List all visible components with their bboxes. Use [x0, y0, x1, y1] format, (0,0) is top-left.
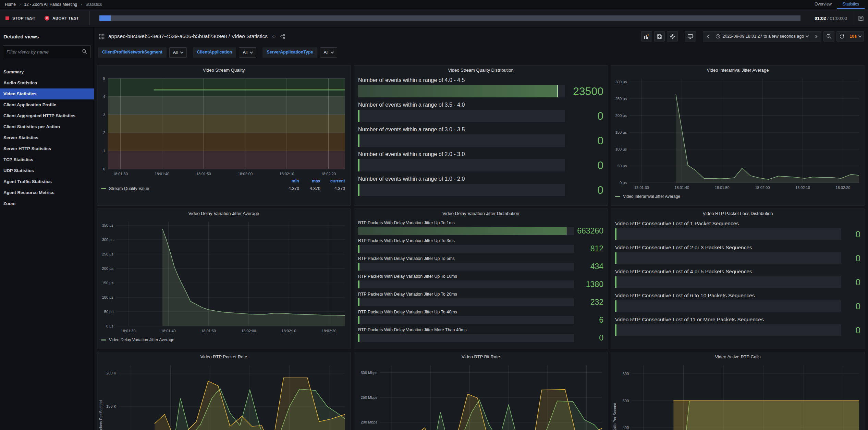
svg-text:18:01:40: 18:01:40 — [161, 329, 176, 333]
refresh-interval-dropdown[interactable]: 10s — [847, 31, 864, 41]
tab-overview[interactable]: Overview — [809, 0, 837, 9]
svg-text:Packets Per Second: Packets Per Second — [99, 400, 103, 430]
delay-variation-jitter-chart[interactable]: 0 µs50 µs100 µs150 µs200 µs250 µs300 µs3… — [98, 218, 349, 334]
gauge-bar — [358, 134, 565, 147]
sidebar-item-zoom[interactable]: Zoom — [0, 198, 94, 209]
dashboard-settings-button[interactable] — [667, 31, 678, 41]
filter-value-dropdown[interactable]: All — [239, 47, 256, 58]
panel-title[interactable]: Video RTP Packet Loss Distribution — [611, 209, 865, 218]
sidebar-item-agent-resource-metrics[interactable]: Agent Resource Metrics — [0, 187, 94, 198]
application-root: Home › 12 - Zoom All Hands Meeting › Sta… — [0, 0, 868, 430]
filter-value-dropdown[interactable]: All — [320, 47, 338, 58]
panel-title[interactable]: Video Delay Variation Jitter Average — [97, 209, 351, 218]
active-rtp-calls-chart[interactable]: 30040050060018:01:3018:01:4018:01:5018:0… — [612, 362, 863, 430]
gauge-value: 0 — [565, 110, 603, 121]
gauge-bar — [358, 263, 574, 271]
gauge-label: Video RTP Consecutive Lost of 11 or More… — [615, 316, 860, 323]
gauge-bar-fill — [358, 184, 359, 196]
sidebar-item-client-application-profile[interactable]: Client Application Profile — [0, 99, 94, 110]
time-range-back-button[interactable] — [703, 31, 713, 41]
legend-item[interactable]: Stream Quality Value — [101, 186, 278, 191]
refresh-controls: 10s — [836, 31, 864, 41]
sidebar-item-client-statistics-per-action[interactable]: Client Statistics per Action — [0, 121, 94, 132]
sidebar-item-server-statistics[interactable]: Server Statistics — [0, 132, 94, 143]
time-range-picker[interactable]: 2025-09-09 18:01:27 to a few seconds ago — [713, 31, 811, 41]
svg-text:250 µs: 250 µs — [615, 97, 627, 101]
gauge-row: RTP Packets With Delay Variation Jitter … — [358, 256, 603, 271]
sidebar-item-video-statistics[interactable]: Video Statistics — [0, 88, 94, 99]
gauge-row: Video RTP Consecutive Lost of 11 or More… — [615, 316, 860, 336]
stat-max-header[interactable]: max — [299, 179, 320, 183]
chevron-down-icon — [180, 50, 183, 53]
panel-title[interactable]: Video Stream Quality — [97, 65, 351, 75]
gauge-bar — [358, 85, 565, 97]
sidebar-item-client-aggregated-http-statistics[interactable]: Client Aggregated HTTP Statistics — [0, 110, 94, 121]
dashboard-grid-icon[interactable] — [99, 34, 105, 39]
time-range-forward-button[interactable] — [811, 31, 821, 41]
breadcrumb-home[interactable]: Home — [5, 2, 16, 7]
panel-title[interactable]: Video RTP Bit Rate — [354, 352, 608, 362]
stream-quality-distribution-gauge: Number of events within a range of 4.0 -… — [358, 77, 603, 201]
stream-quality-chart[interactable]: 01234518:01:3018:01:4018:01:5018:02:0018… — [98, 75, 349, 177]
gauge-value: 0 — [841, 278, 860, 287]
filter-views-input[interactable] — [3, 45, 91, 58]
add-panel-button[interactable] — [641, 31, 652, 41]
breadcrumb-test-name[interactable]: 12 - Zoom All Hands Meeting — [24, 2, 77, 7]
svg-text:200 µs: 200 µs — [102, 266, 114, 271]
total-duration: 01:00:00 — [830, 16, 847, 21]
rtp-bit-rate-chart[interactable]: 150 Mbps200 Mbps250 Mbps300 Mbps18:01:30… — [355, 362, 606, 430]
sidebar-item-udp-statistics[interactable]: UDP Statistics — [0, 165, 94, 176]
stat-current-header[interactable]: current — [320, 179, 345, 183]
sidebar-item-tcp-statistics[interactable]: TCP Statistics — [0, 154, 94, 165]
stat-min-value: 4.370 — [278, 186, 299, 191]
panel-title[interactable]: Video Active RTP Calls — [611, 352, 865, 362]
svg-text:18:02:10: 18:02:10 — [282, 329, 296, 333]
save-results-button[interactable] — [858, 9, 864, 27]
gear-icon — [670, 34, 675, 39]
gauge-bar — [615, 252, 841, 264]
panel-title[interactable]: Video Stream Quality Distribution — [354, 65, 608, 75]
gauge-row: Number of events within a range of 1.0 -… — [358, 176, 603, 196]
svg-text:18:01:40: 18:01:40 — [674, 186, 689, 190]
share-icon[interactable] — [280, 34, 285, 39]
zoom-out-time-button[interactable] — [823, 31, 834, 41]
monitor-icon — [687, 34, 693, 39]
panel-title[interactable]: Video RTP Packet Rate — [97, 352, 351, 362]
svg-text:200 µs: 200 µs — [615, 114, 627, 118]
favorite-star-icon[interactable]: ☆ — [271, 33, 276, 40]
gauge-value: 232 — [574, 298, 603, 306]
sidebar-item-agent-traffic-statistics[interactable]: Agent Traffic Statistics — [0, 176, 94, 187]
save-dashboard-button[interactable] — [654, 31, 665, 41]
svg-text:18:02:20: 18:02:20 — [322, 329, 337, 333]
gauge-value: 0 — [565, 135, 603, 146]
sidebar-item-summary[interactable]: Summary — [0, 67, 94, 77]
gauge-row: Number of events within a range of 4.0 -… — [358, 77, 603, 97]
panel-title[interactable]: Video Interarrival Jitter Average — [611, 65, 865, 75]
legend-item[interactable]: Video Interarrival Jitter Average — [615, 193, 680, 200]
panel-title[interactable]: Video Delay Variation Jitter Distributio… — [354, 209, 608, 218]
interarrival-jitter-chart[interactable]: 0 µs50 µs100 µs150 µs200 µs250 µs300 µs1… — [612, 75, 863, 191]
sidebar-item-server-http-statistics[interactable]: Server HTTP Statistics — [0, 143, 94, 154]
filter-value-dropdown[interactable]: All — [169, 47, 187, 58]
abort-test-button[interactable]: × ABORT TEST — [45, 9, 79, 27]
legend-item[interactable]: Video Delay Variation Jitter Average — [101, 336, 174, 343]
tab-statistics[interactable]: Statistics — [837, 0, 865, 9]
breadcrumb: Home › 12 - Zoom All Hands Meeting › Sta… — [0, 2, 102, 7]
svg-text:200 K: 200 K — [106, 371, 116, 375]
filter-label: ClientProfileNetworkSegment — [98, 47, 167, 58]
chevron-right-icon — [814, 35, 817, 38]
gauge-row: RTP Packets With Delay Variation Jitter … — [358, 238, 603, 253]
cycle-view-mode-button[interactable] — [685, 31, 696, 41]
rtp-packet-rate-chart[interactable]: 100 K150 K200 K18:01:3018:01:4018:01:501… — [98, 362, 349, 430]
sidebar-item-audio-statistics[interactable]: Audio Statistics — [0, 77, 94, 88]
refresh-dashboard-button[interactable] — [836, 31, 847, 41]
svg-text:4: 4 — [103, 95, 105, 99]
toolbar-divider — [855, 11, 855, 25]
gauge-bar-fill — [615, 252, 616, 264]
stop-test-button[interactable]: STOP TEST — [5, 9, 35, 27]
time-range-text: 2025-09-09 18:01:27 to a few seconds ago — [722, 34, 804, 39]
legend-color-dash — [101, 188, 106, 189]
stat-min-header[interactable]: min — [278, 179, 299, 183]
gauge-row: Video RTP Consecutive Lost of 6 to 10 Pa… — [615, 292, 860, 312]
gauge-value: 23500 — [565, 86, 603, 97]
